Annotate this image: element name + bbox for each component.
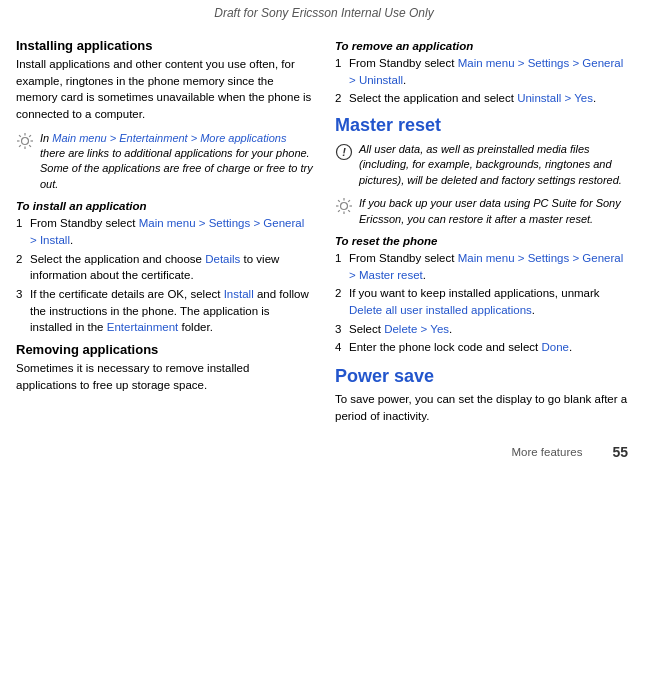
svg-line-6 [29,145,31,147]
removing-title: Removing applications [16,342,313,357]
install-italic-title: To install an application [16,200,313,212]
install-link-3a: Install [224,288,254,300]
reset-italic-title: To reset the phone [335,235,632,247]
reset-steps: 1 From Standby select Main menu > Settin… [335,250,632,356]
right-column: To remove an application 1 From Standby … [331,32,632,430]
remove-steps: 1 From Standby select Main menu > Settin… [335,55,632,107]
warning-box-1: ! All user data, as well as preinstalled… [335,142,632,188]
install-link-3b: Entertainment [107,321,179,333]
svg-line-19 [338,210,340,212]
svg-line-16 [338,200,340,202]
reset-step-1: 1 From Standby select Main menu > Settin… [335,250,632,283]
remove-link-2: Uninstall > Yes [517,92,593,104]
reset-step-2: 2 If you want to keep installed applicat… [335,285,632,318]
reset-link-3: Delete > Yes [384,323,449,335]
tip-icon-1 [16,132,34,150]
install-step-1: 1 From Standby select Main menu > Settin… [16,215,313,248]
warning-icon-1: ! [335,143,353,161]
svg-line-5 [19,135,21,137]
tip-text-2: If you back up your user data using PC S… [359,196,632,227]
installing-body: Install applications and other content y… [16,56,313,123]
install-link-2: Details [205,253,240,265]
svg-point-0 [22,137,29,144]
reset-step-4: 4 Enter the phone lock code and select D… [335,339,632,356]
svg-line-7 [29,135,31,137]
tip-icon-2 [335,197,353,215]
remove-italic-title: To remove an application [335,40,632,52]
left-column: Installing applications Install applicat… [16,32,321,430]
remove-step-1: 1 From Standby select Main menu > Settin… [335,55,632,88]
tip-box-1: In Main menu > Entertainment > More appl… [16,131,313,193]
svg-line-17 [348,210,350,212]
warning-text-1: All user data, as well as preinstalled m… [359,142,632,188]
svg-point-11 [341,203,348,210]
svg-line-8 [19,145,21,147]
power-save-body: To save power, you can set the display t… [335,391,632,424]
tip-text-1: In Main menu > Entertainment > More appl… [40,131,313,193]
footer-text: More features [511,446,582,458]
install-step-3: 3 If the certificate details are OK, sel… [16,286,313,336]
install-step-2: 2 Select the application and choose Deta… [16,251,313,284]
removing-body: Sometimes it is necessary to remove inst… [16,360,313,393]
footer-page-num: 55 [612,444,628,460]
page-header: Draft for Sony Ericsson Internal Use Onl… [0,0,648,24]
tip-link-1: Main menu > Entertainment > More applica… [52,132,286,144]
svg-line-18 [348,200,350,202]
tip-box-2: If you back up your user data using PC S… [335,196,632,227]
power-save-title: Power save [335,366,632,387]
reset-link-4: Done [541,341,569,353]
page-footer: More features 55 [0,438,648,468]
master-reset-title: Master reset [335,115,632,136]
reset-step-3: 3 Select Delete > Yes. [335,321,632,338]
installing-title: Installing applications [16,38,313,53]
remove-step-2: 2 Select the application and select Unin… [335,90,632,107]
install-steps: 1 From Standby select Main menu > Settin… [16,215,313,336]
reset-link-2: Delete all user installed applications [349,304,532,316]
svg-text:!: ! [342,146,346,158]
